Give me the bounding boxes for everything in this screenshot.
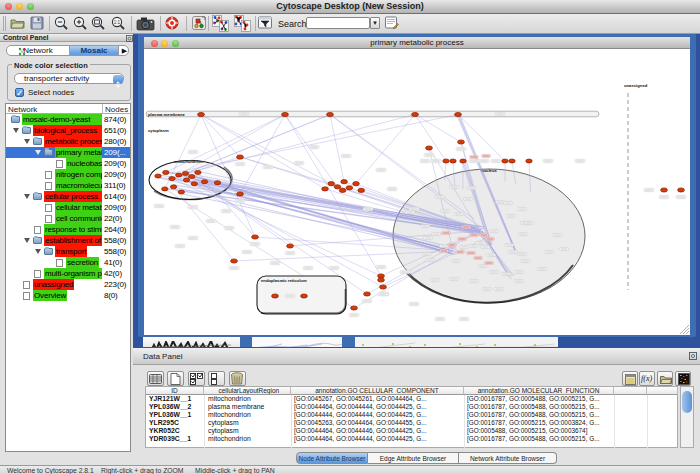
- svg-text:cytoplasm: cytoplasm: [148, 128, 169, 133]
- svg-text:1:1: 1:1: [114, 20, 121, 25]
- svg-text:plasma membrane: plasma membrane: [148, 112, 185, 117]
- svg-text:endoplasmic reticulum: endoplasmic reticulum: [261, 278, 307, 283]
- svg-text:unassigned: unassigned: [624, 83, 648, 88]
